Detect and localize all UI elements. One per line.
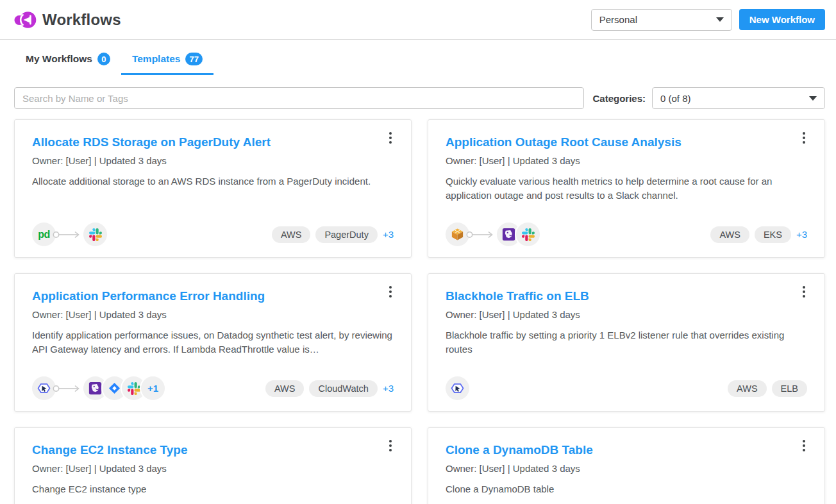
workflow-card: Application Outage Root Cause Analysis O… [428,119,825,258]
workflow-title-link[interactable]: Blackhole Traffic on ELB [446,289,807,303]
workflow-title-link[interactable]: Allocate RDS Storage on PagerDuty Alert [32,135,394,149]
tag-badge: PagerDuty [315,226,378,243]
workflow-meta: Owner: [User] | Updated 3 days [446,155,807,166]
page-title: Workflows [42,11,121,29]
tab-count-badge: 77 [185,53,202,65]
more-tags-link[interactable]: +3 [383,229,394,240]
workflow-meta: Owner: [User] | Updated 3 days [32,155,394,166]
tab-count-badge: 0 [97,53,110,65]
card-menu-kebab-icon[interactable] [383,284,397,299]
workspace-selector-value: Personal [599,14,637,25]
workflow-description: Blackhole traffic by setting a priority … [446,328,807,357]
tag-badge: EKS [755,226,791,243]
action-hexagon-icon [446,376,469,400]
tag-badge: CloudWatch [309,380,377,397]
tab-templates[interactable]: Templates 77 [121,49,213,75]
workflow-card: Change EC2 Instance Type Owner: [User] |… [14,427,412,504]
categories-label: Categories: [592,93,646,104]
app-header: Workflows Personal New Workflow [0,0,836,40]
workflow-card: Blackhole Traffic on ELB Owner: [User] |… [428,273,825,412]
workflow-card: Allocate RDS Storage on PagerDuty Alert … [14,119,412,258]
card-menu-kebab-icon[interactable] [797,438,811,453]
tab-label: Templates [132,53,181,65]
chevron-down-icon [716,17,724,22]
workflow-title-link[interactable]: Clone a DynamoDB Table [446,443,807,457]
integration-icon-flow: +1 [32,376,165,400]
workflow-meta: Owner: [User] | Updated 3 days [446,309,807,320]
flow-arrow-icon [466,230,496,239]
workflow-description: Quickly evaluate various health metrics … [446,174,807,203]
chevron-down-icon [809,96,817,101]
more-tags-link[interactable]: +3 [383,383,394,394]
workspace-selector[interactable]: Personal [591,9,732,31]
new-workflow-button[interactable]: New Workflow [739,9,825,30]
card-menu-kebab-icon[interactable] [383,130,397,146]
tag-row: AWS EKS +3 [710,226,807,243]
workflow-card: Application Performance Error Handling O… [14,273,412,412]
workflow-title-link[interactable]: Change EC2 Instance Type [32,443,394,457]
workflow-description: Allocate additional storage to an AWS RD… [32,174,394,189]
more-tags-link[interactable]: +3 [796,229,807,240]
integration-icon-flow [446,223,540,246]
tag-row: AWS ELB [728,380,807,397]
workflow-description: Change EC2 instance type [32,482,394,496]
card-menu-kebab-icon[interactable] [797,130,811,146]
tag-badge: ELB [772,380,807,397]
tag-badge: AWS [265,380,305,397]
filter-row: Categories: 0 (of 8) [14,87,825,109]
tag-badge: AWS [710,226,749,243]
workflow-card: Clone a DynamoDB Table Owner: [User] | U… [428,427,825,504]
flow-arrow-icon [53,384,82,393]
slack-icon [516,223,540,246]
tag-row: AWS PagerDuty +3 [272,226,394,243]
more-icons-badge[interactable]: +1 [141,376,165,400]
search-input[interactable] [14,87,584,109]
workflow-card-grid: Allocate RDS Storage on PagerDuty Alert … [14,119,825,504]
workflow-description: Clone a DynamoDB table [446,482,807,496]
tab-bar: My Workflows 0 Templates 77 [0,40,836,75]
tag-row: AWS CloudWatch +3 [265,380,394,397]
tag-badge: AWS [728,380,767,397]
workflow-title-link[interactable]: Application Performance Error Handling [32,289,394,303]
workflow-meta: Owner: [User] | Updated 3 days [32,463,394,474]
app-logo-icon [14,10,37,30]
brand: Workflows [14,10,121,30]
workflow-meta: Owner: [User] | Updated 3 days [446,463,807,474]
tab-label: My Workflows [26,53,92,65]
workflow-title-link[interactable]: Application Outage Root Cause Analysis [446,135,807,149]
card-menu-kebab-icon[interactable] [797,284,811,299]
categories-selector[interactable]: 0 (of 8) [652,87,825,109]
integration-icon-flow [446,376,469,400]
flow-arrow-icon [53,230,82,239]
card-menu-kebab-icon[interactable] [383,438,397,453]
integration-icon-flow: pd [32,223,107,246]
workflow-meta: Owner: [User] | Updated 3 days [32,309,394,320]
tab-my-workflows[interactable]: My Workflows 0 [15,49,121,75]
workflow-description: Identify application performance issues,… [32,328,394,357]
categories-selector-value: 0 (of 8) [660,93,691,104]
tag-badge: AWS [272,226,311,243]
slack-icon [83,223,107,246]
